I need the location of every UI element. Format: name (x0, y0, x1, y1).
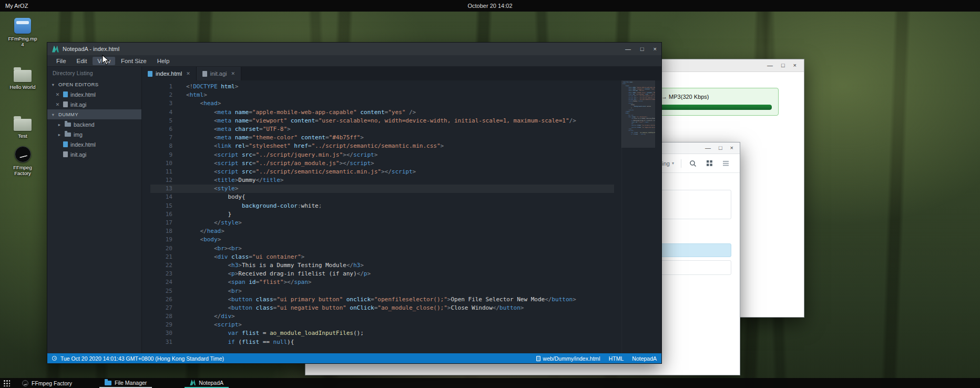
system-clock: October 20 14:02 (467, 3, 512, 9)
status-filepath: web/Dummy/index.html (543, 355, 600, 362)
minimize-icon[interactable]: — (705, 145, 711, 151)
sidebar-editor-init-agi[interactable]: ✕init.agi (47, 99, 141, 109)
code-line[interactable]: 20 <br><br> (150, 244, 614, 253)
minimap-slider[interactable] (621, 80, 655, 148)
code-line[interactable]: 10 <script src="../script/ao_module.js">… (150, 159, 614, 168)
aroz-start-menu[interactable]: My ArOZ (5, 3, 28, 9)
maximize-icon[interactable]: □ (719, 145, 722, 151)
sidebar-folder-img[interactable]: ▸img (47, 129, 141, 139)
code-line[interactable]: 3 <head> (150, 99, 614, 108)
code-line[interactable]: 26 <button class="ui primary button" onc… (150, 295, 614, 304)
close-icon[interactable]: ✕ (55, 102, 60, 107)
code-text: <title>Dummy</title> (186, 177, 283, 183)
code-line[interactable]: 31 if (flist == null){ (150, 338, 614, 346)
code-area[interactable]: 1<!DOCTYPE html>2<html>3 <head>4 <meta n… (142, 80, 661, 353)
notepada-window: NotepadA - index.html — □ × FileEditView… (47, 42, 662, 364)
sidebar-folder-backend[interactable]: ▸backend (47, 119, 141, 129)
sidebar-file-index-html[interactable]: index.html (47, 139, 141, 149)
line-number: 5 (150, 117, 172, 125)
line-number: 18 (150, 227, 172, 236)
code-line[interactable]: 23 <p>Received drag-in filelist (if any)… (150, 270, 614, 278)
line-number: 28 (150, 312, 172, 321)
code-line[interactable]: 25 <br> (150, 287, 614, 295)
notepada-titlebar[interactable]: NotepadA - index.html — □ × (47, 43, 661, 55)
folder-icon (65, 132, 71, 137)
sidebar-section-dummy[interactable]: ▾DUMMY (47, 109, 141, 119)
line-number: 7 (150, 134, 172, 142)
tab-init-agi[interactable]: init.agi✕ (197, 67, 241, 80)
code-line[interactable]: 30 var flist = ao_module_loadInputFiles(… (150, 329, 614, 338)
menu-file[interactable]: File (52, 57, 71, 65)
desktop-icon-hello-world[interactable]: Hello World (6, 66, 39, 90)
code-line[interactable]: 29 <script> (150, 321, 614, 329)
code-editor[interactable]: 1<!DOCTYPE html>2<html>3 <head>4 <meta n… (142, 80, 661, 353)
close-icon[interactable]: ✕ (231, 71, 235, 76)
code-line[interactable]: 19 <body> (150, 236, 614, 244)
code-text: </div> (186, 313, 235, 320)
grid-view-icon[interactable] (705, 159, 714, 168)
line-number: 14 (150, 193, 172, 201)
minimize-icon[interactable]: — (625, 46, 631, 52)
desktop-icon-label: FFmpeg Factory (7, 165, 38, 176)
maximize-icon[interactable]: □ (640, 46, 644, 52)
code-line[interactable]: 6 <meta charset="UTF-8"> (150, 125, 614, 134)
tab-index-html[interactable]: index.html✕ (142, 67, 197, 80)
code-line[interactable]: 8 <link rel="stylesheet" href="../script… (150, 142, 614, 150)
chevron-down-icon: ▾ (672, 161, 674, 166)
code-line[interactable]: 16 } (150, 210, 614, 219)
close-icon[interactable]: × (793, 63, 797, 68)
code-line[interactable]: 22 <h3>This is a Dummy Testing Module</h… (150, 261, 614, 270)
code-line[interactable]: 5 <meta name="viewport" content="user-sc… (150, 117, 614, 125)
code-line[interactable]: 7 <meta name="theme-color" content="#4b7… (150, 134, 614, 142)
code-line[interactable]: 15 background-color:white; (150, 202, 614, 210)
code-line[interactable]: 27 <button class="ui negative button" on… (150, 304, 614, 312)
taskbar-item-file-manager[interactable]: File Manager (99, 378, 152, 388)
close-icon[interactable]: × (730, 145, 733, 151)
code-line[interactable]: 1<!DOCTYPE html> (150, 83, 614, 91)
line-number: 30 (150, 329, 172, 338)
code-line[interactable]: 21 <div class="ui container"> (150, 253, 614, 261)
desktop-icon-test[interactable]: Test (6, 115, 39, 139)
sidebar-file-init-agi[interactable]: init.agi (47, 149, 141, 159)
sidebar-tree: ▾OPEN EDITORS✕index.html✕init.agi▾DUMMY▸… (47, 79, 141, 159)
code-line[interactable]: 18 </head> (150, 227, 614, 236)
close-icon[interactable]: ✕ (186, 71, 190, 76)
code-line[interactable]: 11 <script src="../script/semantic/seman… (150, 168, 614, 176)
code-line[interactable]: 12 <title>Dummy</title> (150, 176, 614, 185)
line-number: 13 (150, 185, 172, 193)
taskbar-item-ffmpeg-factory[interactable]: FFmpeg Factory (17, 378, 77, 388)
code-line[interactable]: 4 <meta name="apple-mobile-web-app-capab… (150, 108, 614, 117)
sidebar-section-open-editors[interactable]: ▾OPEN EDITORS (47, 79, 141, 89)
file-label: init.agi (70, 101, 86, 108)
close-icon[interactable]: × (654, 46, 657, 52)
sidebar-editor-index-html[interactable]: ✕index.html (47, 89, 141, 99)
taskbar-item-notepada[interactable]: NotepadA (185, 378, 229, 388)
desktop-icon-ffmpmg-mp4[interactable]: FFmPmg.mp4 (6, 18, 39, 47)
start-button[interactable] (0, 378, 13, 388)
maximize-icon[interactable]: □ (781, 63, 785, 68)
code-text: body{ (186, 193, 246, 200)
menu-view[interactable]: View (93, 57, 115, 65)
menu-help[interactable]: Help (152, 57, 175, 65)
notepada-icon (190, 380, 196, 385)
code-line[interactable]: 14 body{ (150, 193, 614, 201)
menu-edit[interactable]: Edit (72, 57, 92, 65)
search-icon[interactable] (688, 159, 698, 168)
desktop-icons: FFmPmg.mp4Hello WorldTestFFmpeg Factory (6, 18, 39, 176)
menu-font-size[interactable]: Font Size (116, 57, 151, 65)
code-line[interactable]: 2<html> (150, 91, 614, 99)
code-text: <body> (186, 236, 221, 243)
agi-file-icon (63, 151, 68, 157)
list-view-icon[interactable] (721, 159, 730, 168)
chevron-down-icon: ▾ (50, 112, 56, 117)
code-line[interactable]: 24 <span id="flist"></span> (150, 278, 614, 287)
folder-label: backend (74, 121, 95, 128)
code-line[interactable]: 13 <style> (150, 185, 614, 193)
close-icon[interactable]: ✕ (55, 92, 60, 97)
minimize-icon[interactable]: — (767, 63, 773, 68)
code-line[interactable]: 9 <script src="../script/jquery.min.js">… (150, 151, 614, 159)
desktop-icon-ffmpeg-factory[interactable]: FFmpeg Factory (6, 146, 39, 176)
code-line[interactable]: 17 </style> (150, 219, 614, 227)
code-line[interactable]: 28 </div> (150, 312, 614, 321)
desktop-icon-label: Test (18, 133, 27, 139)
